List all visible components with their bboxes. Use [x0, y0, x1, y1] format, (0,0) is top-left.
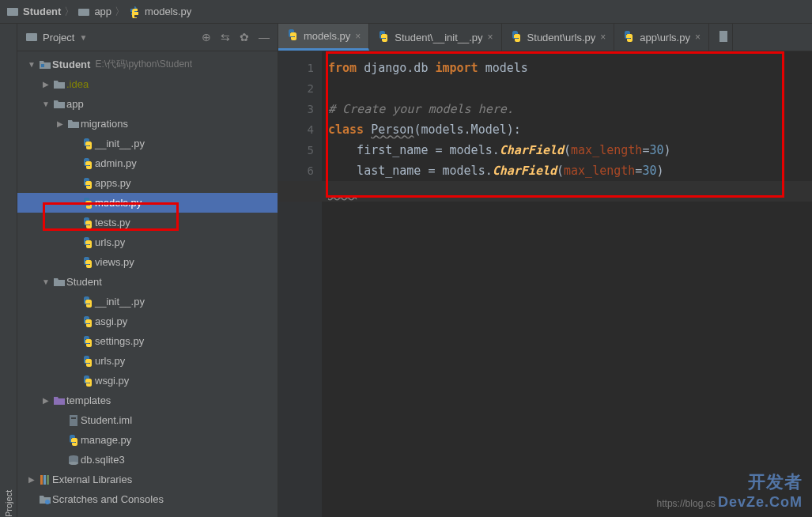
tree-item[interactable]: ▶migrations	[17, 114, 278, 134]
editor-tab[interactable]: Student\urls.py×	[502, 24, 615, 51]
code-line[interactable]	[328, 78, 812, 99]
tree-item-label: views.py	[95, 256, 134, 268]
close-icon[interactable]: ×	[695, 32, 701, 43]
editor-tab[interactable]: models.py×	[278, 24, 369, 51]
chevron-right-icon: 〉	[64, 5, 74, 19]
line-number: 1	[278, 58, 314, 78]
code-line[interactable]: ~~~~	[328, 181, 812, 202]
expand-arrow-icon[interactable]: ▶	[40, 80, 52, 89]
breadcrumb-item[interactable]: models.py	[128, 6, 191, 18]
svg-rect-11	[43, 475, 46, 485]
close-icon[interactable]: ×	[600, 32, 606, 43]
svg-rect-6	[71, 417, 76, 419]
tree-item[interactable]: manage.py	[17, 430, 278, 450]
tree-item[interactable]: views.py	[17, 252, 278, 272]
svg-point-13	[45, 500, 50, 504]
dir-purple-icon	[52, 394, 66, 407]
project-panel-title: Project	[43, 32, 74, 43]
breadcrumb-item[interactable]: Student	[6, 6, 61, 18]
tree-item[interactable]: ▼StudentE:\代码\python\Student	[17, 55, 278, 74]
chevron-right-icon: 〉	[115, 5, 125, 19]
py-icon	[510, 30, 523, 45]
dropdown-arrow-icon[interactable]: ▼	[79, 33, 87, 42]
tree-item[interactable]: asgi.py	[17, 311, 278, 331]
tree-item[interactable]: ▼app	[17, 94, 278, 114]
tree-item-label: Student	[66, 276, 102, 288]
expand-arrow-icon[interactable]: ▼	[40, 277, 52, 286]
expand-arrow-icon[interactable]: ▶	[40, 396, 52, 405]
tree-item-hint: E:\代码\python\Student	[95, 58, 192, 71]
code-line[interactable]: # Create your models here.	[328, 99, 812, 119]
close-icon[interactable]: ×	[488, 32, 493, 43]
tree-item[interactable]: Student.iml	[17, 410, 278, 430]
tree-item-label: admin.py	[95, 157, 137, 169]
svg-rect-12	[47, 475, 49, 485]
svg-rect-3	[26, 33, 37, 41]
tree-item[interactable]: ▶.idea	[17, 74, 278, 94]
code-area[interactable]: from django.db import models # Create yo…	[322, 51, 812, 517]
tree-item[interactable]: __init__.py	[17, 134, 278, 153]
tree-item-label: Scratches and Consoles	[52, 493, 164, 505]
tree-item-label: tests.py	[95, 217, 130, 228]
tree-item[interactable]: ▶External Libraries	[17, 470, 278, 489]
watermark: 开发者 https://blog.cs DevZe.CoM	[657, 470, 803, 511]
py-icon	[81, 197, 95, 209]
python-icon	[128, 6, 141, 18]
tree-item[interactable]: admin.py	[17, 153, 278, 173]
tree-item-label: External Libraries	[52, 474, 132, 485]
tree-item-label: urls.py	[95, 236, 125, 248]
minimize-button[interactable]: —	[259, 31, 270, 43]
tree-item[interactable]: ▶templates	[17, 391, 278, 410]
expand-arrow-icon[interactable]: ▶	[54, 119, 66, 128]
py-icon	[81, 296, 95, 308]
project-icon	[6, 6, 19, 18]
expand-arrow-icon[interactable]: ▼	[25, 60, 38, 69]
tree-item[interactable]: wsgi.py	[17, 371, 278, 391]
lib-icon	[38, 474, 52, 486]
py-icon	[81, 217, 95, 229]
svg-rect-4	[41, 64, 44, 67]
code-line[interactable]: class Person(models.Model):	[328, 119, 812, 140]
tree-item[interactable]: urls.py	[17, 351, 278, 371]
py-icon	[81, 315, 95, 328]
dir-icon	[52, 78, 66, 91]
tree-item[interactable]: ▼Student	[17, 272, 278, 292]
expand-arrow-icon[interactable]: ▼	[40, 100, 52, 108]
code-line[interactable]: from django.db import models	[328, 58, 812, 78]
editor-tab[interactable]: Student\__init__.py×	[369, 24, 501, 51]
breadcrumb-label: app	[94, 6, 111, 17]
py-icon	[81, 256, 95, 269]
svg-rect-2	[78, 9, 89, 16]
tree-item[interactable]: Scratches and Consoles	[17, 489, 278, 509]
close-icon[interactable]: ×	[355, 31, 361, 42]
breadcrumb-item[interactable]: app	[77, 6, 111, 18]
tree-item[interactable]: apps.py	[17, 173, 278, 193]
svg-rect-14	[719, 31, 727, 42]
editor-body[interactable]: 123456 from django.db import models # Cr…	[278, 51, 812, 517]
expand-arrow-icon[interactable]: ▶	[25, 475, 38, 484]
breadcrumb-bar: Student 〉 app 〉 models.py	[0, 0, 812, 24]
editor-tab[interactable]: app\urls.py×	[614, 24, 709, 51]
tree-item-label: urls.py	[95, 355, 125, 367]
select-opened-file-button[interactable]: ⊕	[202, 31, 211, 43]
settings-button[interactable]: ✿	[240, 31, 249, 43]
code-line[interactable]: last_name = models.CharField(max_length=…	[328, 160, 812, 181]
folder-icon	[77, 6, 90, 18]
tree-item[interactable]: settings.py	[17, 331, 278, 351]
code-line[interactable]: first_name = models.CharField(max_length…	[328, 140, 812, 160]
py-icon	[81, 177, 95, 190]
tree-item[interactable]: db.sqlite3	[17, 450, 278, 470]
tree-item-label: wsgi.py	[95, 375, 129, 387]
tree-item[interactable]: __init__.py	[17, 292, 278, 311]
editor-tab[interactable]: d×	[709, 24, 733, 51]
tree-item[interactable]: urls.py	[17, 232, 278, 252]
tree-item[interactable]: tests.py	[17, 213, 278, 232]
project-tree[interactable]: ▼StudentE:\代码\python\Student▶.idea▼app▶m…	[17, 51, 278, 517]
line-number: 5	[278, 140, 314, 160]
iml-icon	[66, 414, 81, 427]
expand-collapse-button[interactable]: ⇆	[221, 31, 230, 43]
tree-item[interactable]: models.py	[17, 193, 278, 213]
db-icon	[66, 454, 81, 466]
svg-point-9	[69, 462, 78, 465]
tool-window-stripe[interactable]: Project	[0, 24, 17, 517]
